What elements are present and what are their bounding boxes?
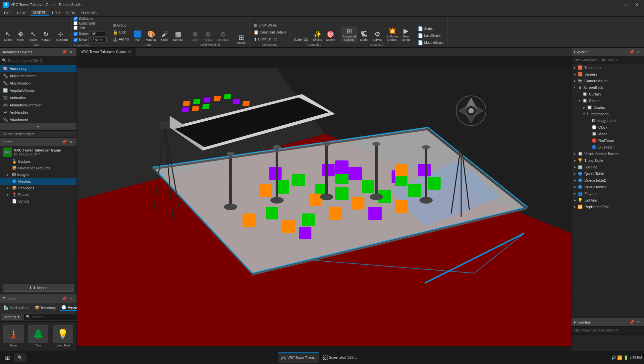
menu-test[interactable]: TEST bbox=[49, 10, 63, 16]
panel-close-button[interactable]: ✕ bbox=[68, 49, 74, 55]
scale-button[interactable]: ⤡ Scale bbox=[27, 30, 39, 42]
explorer-search-input[interactable] bbox=[573, 58, 642, 62]
exp-screenback[interactable]: ▼ 🖥 ScreenBack bbox=[571, 84, 644, 91]
game-panel-close[interactable]: ✕ bbox=[68, 139, 74, 145]
exp-barriers[interactable]: ▶ 🧱 Barriers bbox=[571, 71, 644, 78]
constraints-checkbox[interactable] bbox=[74, 21, 78, 25]
model-button[interactable]: 🏗 Model bbox=[358, 30, 370, 42]
tab-inventory[interactable]: 📦 Inventory bbox=[33, 305, 57, 311]
spawn-button[interactable]: 🎯 Spawn bbox=[324, 30, 337, 42]
game-places[interactable]: ▶ 📍 Places bbox=[0, 191, 77, 198]
effects-button[interactable]: ✨ Effects bbox=[311, 30, 323, 42]
transform-button[interactable]: ⊹ Transform bbox=[53, 30, 70, 42]
obj-align-position[interactable]: 🔧 AlignPosition bbox=[0, 80, 77, 87]
exp-blueteam[interactable]: 🔵 BlueTeam bbox=[571, 144, 644, 151]
taskbar-roblox[interactable]: 🎮 VRC Tower Takeo... bbox=[278, 352, 319, 363]
negate-button[interactable]: ⊖ Negate bbox=[202, 30, 215, 42]
close-button[interactable]: ✕ bbox=[632, 1, 641, 8]
menu-view[interactable]: VIEW bbox=[63, 10, 78, 16]
run-script-button[interactable]: ▶ RunScript bbox=[400, 27, 412, 42]
game-meshes[interactable]: 🔷 Meshes bbox=[0, 178, 77, 185]
toolbox-search-input[interactable] bbox=[32, 315, 78, 319]
exp-queue-table1[interactable]: ▶ 🔷 QueueTable1 bbox=[571, 170, 644, 177]
join-checkbox[interactable] bbox=[74, 26, 78, 30]
show-welds-btn[interactable]: ⚙ Show Welds bbox=[252, 22, 288, 29]
move-snap-input[interactable] bbox=[88, 37, 107, 42]
obj-arc-handles[interactable]: ↩ ArcHandles bbox=[0, 109, 77, 116]
explorer-pin[interactable]: 📌 bbox=[629, 49, 635, 55]
toolbox-close[interactable]: ✕ bbox=[68, 296, 74, 302]
obj-animation-controller[interactable]: 🎮 AnimationController bbox=[0, 101, 77, 109]
exp-display[interactable]: ▶ 🔲 Display bbox=[571, 104, 644, 111]
exp-camera-mount[interactable]: ▶ 📷 CameraMount bbox=[571, 78, 644, 84]
game-developer-products[interactable]: 📦 Developer Products bbox=[0, 165, 77, 171]
anchor-button[interactable]: ⚓ Anchor bbox=[111, 36, 131, 42]
exp-imagelabel[interactable]: 🖼 ImageLabel bbox=[571, 117, 644, 124]
toolbox-item-tower[interactable]: 🗼 Tower bbox=[2, 324, 25, 348]
game-panel-pin[interactable]: 📌 bbox=[61, 139, 67, 145]
module-script-button[interactable]: 📄 ModuleScript bbox=[416, 39, 445, 46]
properties-pin[interactable]: 📌 bbox=[629, 319, 635, 325]
properties-search-input[interactable] bbox=[573, 329, 642, 332]
script-button[interactable]: 📄 Script bbox=[416, 26, 445, 32]
constraint-details-btn[interactable]: 📋 Constraint Details bbox=[252, 29, 288, 35]
models-dropdown[interactable]: Models ▼ bbox=[2, 314, 22, 320]
exp-trophy-table[interactable]: ▶ 🏆 Tropy Table bbox=[571, 157, 644, 164]
collision-groups-button[interactable]: 💥 CollisionGroups bbox=[385, 27, 399, 42]
rotate-snap-input[interactable] bbox=[90, 31, 105, 36]
exp-queue-table2[interactable]: ▶ 🔷 QueueTable2 bbox=[571, 177, 644, 184]
rotate-button[interactable]: ↻ Rotate bbox=[40, 30, 52, 42]
select-button[interactable]: ↖ Select bbox=[2, 30, 14, 42]
material-button[interactable]: 🎨 Material bbox=[144, 30, 158, 42]
obj-animation[interactable]: 🎬 Animation bbox=[0, 94, 77, 101]
color-button[interactable]: 🖌 Color bbox=[159, 30, 171, 42]
maximize-button[interactable]: □ bbox=[622, 1, 631, 8]
move-snap-checkbox[interactable] bbox=[74, 38, 78, 42]
rotate-snap-checkbox[interactable] bbox=[74, 32, 78, 36]
obj-angular-velocity[interactable]: 🔄 AngularVelocity bbox=[0, 87, 77, 94]
exp-building[interactable]: ▶ 🏢 Building bbox=[571, 164, 644, 170]
taskbar-screenshot[interactable]: 🖼 Screenshot (323)... bbox=[320, 352, 360, 363]
start-button[interactable]: ⊞ bbox=[2, 352, 13, 363]
tab-marketplace[interactable]: 🏪 Marketplace bbox=[2, 305, 31, 311]
obj-accessory[interactable]: 👒 Accessory bbox=[0, 65, 77, 72]
taskbar-search[interactable]: 🔍 bbox=[14, 353, 27, 362]
explorer-close[interactable]: ✕ bbox=[635, 49, 641, 55]
create-button[interactable]: ⊞ Create bbox=[235, 33, 247, 46]
menu-plugins[interactable]: PLUGINS bbox=[78, 10, 99, 16]
collisions-checkbox[interactable] bbox=[74, 17, 78, 21]
exp-bleachers[interactable]: ▶ 🧱 Bleachers bbox=[571, 64, 644, 71]
exp-information[interactable]: ▼ ℹ Information bbox=[571, 111, 644, 117]
menu-model[interactable]: MODEL bbox=[30, 10, 49, 16]
panel-pin-button[interactable]: 📌 bbox=[61, 49, 67, 55]
exp-queue-table3[interactable]: ▶ 🔷 QueueTable3 bbox=[571, 184, 644, 190]
part-button[interactable]: 🟦 Part bbox=[132, 30, 143, 42]
draw-on-top-btn[interactable]: ⬆ Draw On Top bbox=[252, 36, 288, 42]
exp-clock[interactable]: 🕐 Clock bbox=[571, 124, 644, 131]
local-script-button[interactable]: 📄 LocalScript bbox=[416, 32, 445, 39]
lock-button[interactable]: 🔒 Lock bbox=[111, 29, 131, 35]
union-button[interactable]: ⊕ Union bbox=[189, 30, 201, 42]
menu-home[interactable]: HOME bbox=[14, 10, 30, 16]
exp-lighting[interactable]: ▶ 💡 Lighting bbox=[571, 197, 644, 204]
list-scroll-down[interactable]: ▼ bbox=[0, 123, 77, 130]
import-button[interactable]: ⬆ ⬆ Import bbox=[3, 284, 74, 292]
game-images[interactable]: ▶ 🖼 Images bbox=[0, 171, 77, 178]
viewport-tab-main[interactable]: VRC Tower Takeover Game ✕ bbox=[77, 48, 135, 56]
separate-button[interactable]: ⊘ Separate bbox=[215, 30, 231, 42]
toolbox-item-tree[interactable]: 🌲 Tree bbox=[27, 324, 50, 348]
properties-close[interactable]: ✕ bbox=[635, 319, 641, 325]
game-badges[interactable]: 🏅 Badges bbox=[0, 158, 77, 165]
exp-replicated-first[interactable]: ▶ 🔁 ReplicatedFirst bbox=[571, 204, 644, 210]
viewport-tab-close[interactable]: ✕ bbox=[128, 49, 131, 54]
toolbox-item-lamp[interactable]: 💡 Lamp Post bbox=[51, 324, 75, 348]
game-packages[interactable]: ▶ 📦 Packages bbox=[0, 185, 77, 191]
minimize-button[interactable]: ─ bbox=[612, 1, 621, 8]
exp-players[interactable]: ▶ 👥 Players bbox=[571, 190, 644, 197]
toolbox-pin[interactable]: 📌 bbox=[61, 296, 67, 302]
menu-file[interactable]: FILE bbox=[1, 10, 14, 16]
game-refresh-icon[interactable]: ↻ bbox=[38, 152, 41, 156]
service-button[interactable]: ⚙ Service bbox=[371, 30, 384, 42]
exp-redteam[interactable]: 🔴 RedTeam bbox=[571, 137, 644, 144]
exp-mode[interactable]: 🔲 Mode bbox=[571, 131, 644, 137]
